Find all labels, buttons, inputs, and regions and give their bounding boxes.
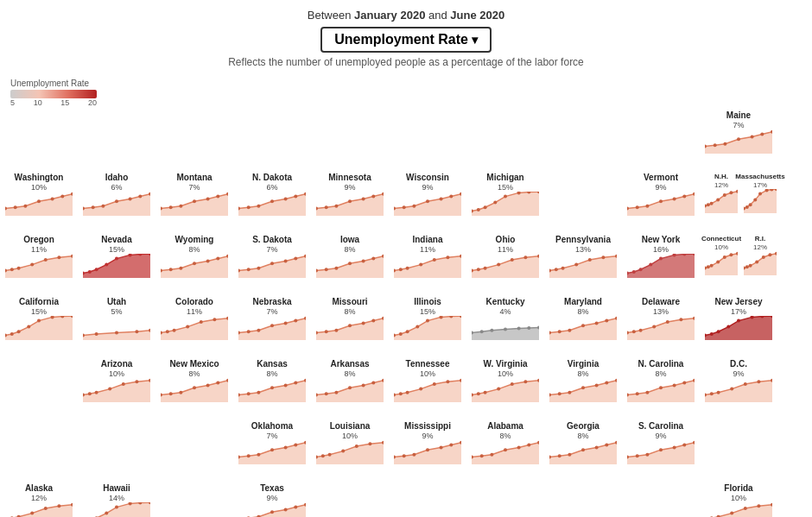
svg-point-266 bbox=[341, 450, 345, 453]
svg-point-195 bbox=[95, 391, 98, 394]
svg-point-174 bbox=[581, 324, 585, 327]
svg-point-160 bbox=[426, 319, 429, 323]
svg-point-60 bbox=[30, 263, 34, 267]
sparkline bbox=[394, 254, 461, 278]
svg-point-17 bbox=[193, 199, 196, 203]
svg-point-281 bbox=[517, 445, 521, 449]
state-cell-n-dakota: N. Dakota6% bbox=[237, 173, 308, 216]
state-pct: 8% bbox=[344, 307, 355, 316]
svg-point-90 bbox=[362, 259, 365, 262]
page-container: Between January 2020 and June 2020 Unemp… bbox=[0, 0, 812, 517]
svg-point-157 bbox=[399, 332, 403, 336]
svg-point-267 bbox=[355, 444, 358, 448]
sparkline bbox=[161, 192, 228, 216]
svg-point-238 bbox=[581, 386, 585, 389]
sparkline bbox=[238, 254, 306, 278]
svg-point-289 bbox=[605, 444, 608, 447]
svg-point-224 bbox=[419, 388, 422, 391]
svg-point-232 bbox=[511, 382, 514, 386]
svg-point-87 bbox=[325, 268, 328, 271]
svg-point-343 bbox=[749, 203, 752, 206]
state-name: New York bbox=[642, 235, 681, 245]
state-name: New Mexico bbox=[169, 359, 219, 369]
svg-point-186 bbox=[710, 332, 714, 336]
state-cell-nevada: Nevada15% bbox=[81, 235, 152, 278]
svg-point-275 bbox=[449, 444, 453, 447]
svg-point-280 bbox=[504, 448, 507, 451]
state-cell-washington: Washington10% bbox=[3, 173, 74, 216]
svg-point-166 bbox=[490, 329, 493, 332]
svg-point-260 bbox=[284, 445, 288, 449]
state-pct: 11% bbox=[31, 245, 47, 254]
svg-point-217 bbox=[348, 386, 352, 389]
state-cell-louisiana: Louisiana10% bbox=[314, 421, 385, 464]
sparkline bbox=[316, 254, 384, 278]
state-pct: 8% bbox=[266, 369, 277, 378]
svg-point-82 bbox=[270, 262, 274, 265]
svg-point-76 bbox=[206, 259, 210, 262]
state-name: N. Carolina bbox=[638, 359, 684, 369]
svg-point-278 bbox=[480, 454, 484, 457]
state-cell-oklahoma: Oklahoma7% bbox=[237, 421, 308, 464]
svg-point-244 bbox=[645, 391, 649, 394]
state-cell-kentucky: Kentucky4% bbox=[470, 297, 541, 340]
svg-point-180 bbox=[639, 329, 643, 332]
state-pct: 9% bbox=[655, 183, 666, 192]
state-cell-utah: Utah5% bbox=[81, 297, 152, 340]
state-cell-colorado: Colorado11% bbox=[159, 297, 230, 340]
state-cell-indiana: Indiana11% bbox=[392, 235, 463, 278]
state-pct: 12% bbox=[31, 494, 47, 502]
state-pct: 8% bbox=[188, 369, 200, 378]
svg-point-168 bbox=[517, 327, 521, 331]
date-end: June 2020 bbox=[450, 9, 504, 22]
state-name: Alaska bbox=[25, 483, 53, 494]
metric-dropdown[interactable]: Unemployment Rate bbox=[320, 27, 492, 53]
svg-point-257 bbox=[247, 454, 251, 457]
svg-point-88 bbox=[334, 267, 338, 270]
sparkline bbox=[394, 440, 461, 464]
svg-point-62 bbox=[57, 255, 60, 259]
svg-point-225 bbox=[433, 382, 436, 386]
state-cell-minnesota: Minnesota9% bbox=[314, 173, 385, 216]
svg-point-212 bbox=[294, 381, 297, 385]
sparkline bbox=[238, 502, 306, 517]
state-pct: 15% bbox=[109, 245, 124, 254]
svg-point-58 bbox=[10, 268, 14, 271]
state-cell-ri: R.I.12% bbox=[742, 235, 778, 275]
state-pct: 4% bbox=[499, 307, 511, 316]
svg-point-285 bbox=[558, 454, 561, 457]
state-cell-georgia: Georgia8% bbox=[548, 421, 619, 464]
svg-point-354 bbox=[729, 253, 733, 256]
state-name: Connecticut bbox=[701, 235, 741, 243]
state-name: Kansas bbox=[257, 359, 288, 369]
state-name: D.C. bbox=[730, 359, 747, 369]
state-pct: 9% bbox=[344, 183, 355, 192]
sparkline bbox=[472, 316, 539, 340]
state-name: Indiana bbox=[412, 235, 442, 245]
state-pct: 7% bbox=[266, 307, 277, 316]
svg-point-61 bbox=[44, 258, 48, 262]
state-name: Montana bbox=[176, 173, 212, 183]
state-cell-dc: D.C.9% bbox=[703, 359, 774, 402]
state-name: Georgia bbox=[567, 421, 599, 432]
svg-point-271 bbox=[403, 454, 406, 457]
svg-point-68 bbox=[115, 257, 118, 261]
state-cell-s-dakota: S. Dakota7% bbox=[237, 235, 308, 278]
state-name: Arkansas bbox=[330, 359, 369, 369]
state-pct: 10% bbox=[498, 369, 513, 378]
sparkline bbox=[5, 254, 73, 278]
state-pct: 9% bbox=[422, 183, 433, 192]
svg-point-253 bbox=[744, 382, 747, 386]
sparkline bbox=[744, 189, 777, 213]
svg-point-36 bbox=[403, 205, 406, 209]
svg-point-308 bbox=[105, 512, 108, 515]
svg-point-4 bbox=[51, 197, 54, 200]
svg-point-67 bbox=[105, 263, 108, 267]
svg-point-98 bbox=[446, 255, 449, 259]
sparkline bbox=[472, 254, 539, 278]
state-name: Nevada bbox=[101, 235, 132, 245]
state-cell-missouri: Missouri8% bbox=[314, 297, 385, 340]
state-name: Colorado bbox=[175, 297, 213, 307]
svg-point-335 bbox=[707, 203, 710, 206]
svg-point-201 bbox=[169, 392, 173, 395]
